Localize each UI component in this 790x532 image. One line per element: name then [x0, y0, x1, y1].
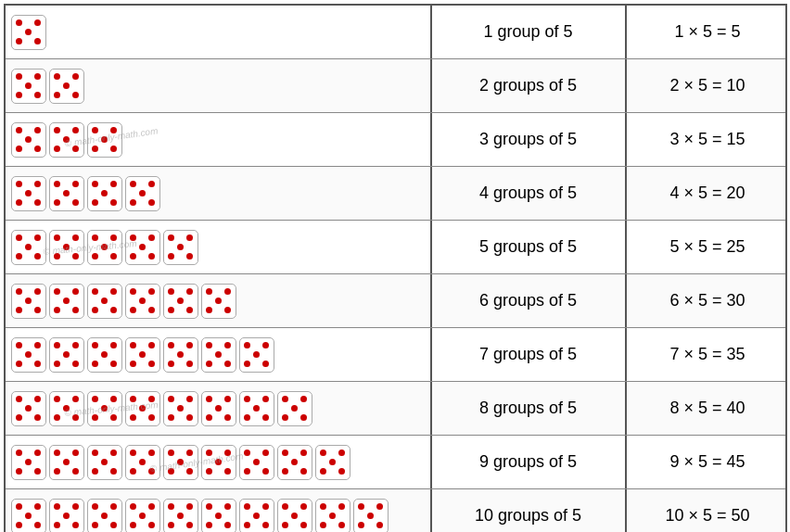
dot: [25, 405, 32, 412]
dot: [168, 414, 174, 421]
dot: [130, 468, 136, 475]
dot: [16, 253, 22, 260]
dot-empty: [110, 298, 117, 304]
dot-empty: [101, 199, 108, 206]
dot: [34, 199, 41, 206]
dot-empty: [63, 253, 70, 260]
dot: [139, 244, 146, 250]
dot: [253, 351, 260, 358]
dot: [101, 190, 108, 196]
dot-empty: [139, 414, 146, 421]
dot: [16, 503, 22, 510]
dot: [72, 146, 79, 152]
dot: [300, 414, 307, 421]
dot: [110, 414, 117, 421]
table-row: © math-only-math.com9 groups of 59 × 5 =…: [6, 436, 785, 489]
dot: [282, 468, 288, 475]
dot: [110, 199, 117, 206]
dot: [206, 288, 212, 295]
dot: [25, 29, 32, 35]
dot-empty: [244, 513, 250, 519]
dot: [282, 414, 288, 421]
die: [49, 445, 84, 480]
dot: [16, 199, 22, 206]
dot: [262, 396, 269, 402]
dot-empty: [34, 244, 41, 250]
dot: [206, 450, 212, 456]
dot-empty: [215, 342, 222, 348]
equation: 2 × 5 = 10: [627, 59, 789, 112]
equation: 10 × 5 = 50: [627, 489, 789, 532]
die: [87, 337, 122, 373]
dot: [54, 396, 60, 402]
dot: [206, 503, 212, 510]
die: [239, 499, 274, 533]
dot-empty: [54, 190, 60, 196]
dot-empty: [168, 351, 174, 358]
group-label: 9 groups of 5: [432, 436, 627, 488]
dot-empty: [329, 503, 336, 510]
dot: [16, 468, 22, 475]
dot-empty: [282, 513, 288, 519]
dot-empty: [253, 522, 260, 528]
dot: [92, 234, 98, 241]
die: [49, 284, 84, 319]
dot-empty: [130, 190, 136, 196]
dot: [291, 459, 298, 465]
die: [201, 284, 236, 319]
dot-empty: [72, 136, 79, 143]
table-row: © math-only-math.com5 groups of 55 × 5 =…: [6, 221, 785, 274]
dot-empty: [25, 288, 32, 295]
dot-empty: [72, 513, 79, 519]
dot: [148, 199, 155, 206]
dot-empty: [16, 29, 22, 35]
dot: [72, 307, 79, 313]
dot-empty: [110, 405, 117, 412]
die: [11, 230, 46, 265]
dot-empty: [25, 450, 32, 456]
dot: [206, 522, 212, 528]
dot: [215, 351, 222, 358]
dot: [177, 459, 184, 465]
die: [125, 499, 160, 533]
die: [87, 176, 122, 211]
dot-empty: [16, 298, 22, 304]
dot: [16, 396, 22, 402]
die: [125, 176, 160, 211]
dot-empty: [186, 513, 193, 519]
dot: [101, 459, 108, 465]
dot: [25, 513, 32, 519]
dot: [110, 522, 117, 528]
die: [11, 122, 46, 158]
dot: [16, 307, 22, 313]
equation: 7 × 5 = 35: [627, 328, 789, 381]
dot: [177, 244, 184, 250]
die: [315, 499, 350, 533]
dot: [92, 396, 98, 402]
dot: [224, 522, 231, 528]
dot: [177, 298, 184, 304]
dot: [34, 146, 41, 152]
dot: [224, 361, 231, 367]
dot-empty: [101, 396, 108, 402]
dot-empty: [101, 468, 108, 475]
dot-empty: [320, 513, 326, 519]
dot: [34, 450, 41, 456]
dot-empty: [72, 405, 79, 412]
dice-cell: © math-only-math.com: [6, 436, 432, 488]
die: [87, 499, 122, 533]
dot: [54, 288, 60, 295]
dot-empty: [139, 288, 146, 295]
dot: [34, 73, 41, 80]
dot: [54, 127, 60, 133]
dot: [110, 468, 117, 475]
table-row: 1 group of 51 × 5 = 5: [6, 6, 785, 59]
dot-empty: [92, 459, 98, 465]
dot: [358, 522, 364, 528]
dot-empty: [25, 414, 32, 421]
dot: [92, 361, 98, 367]
dot-empty: [63, 361, 70, 367]
table-row: 7 groups of 57 × 5 = 35: [6, 328, 785, 382]
equation: 3 × 5 = 15: [627, 113, 789, 166]
dot: [25, 351, 32, 358]
